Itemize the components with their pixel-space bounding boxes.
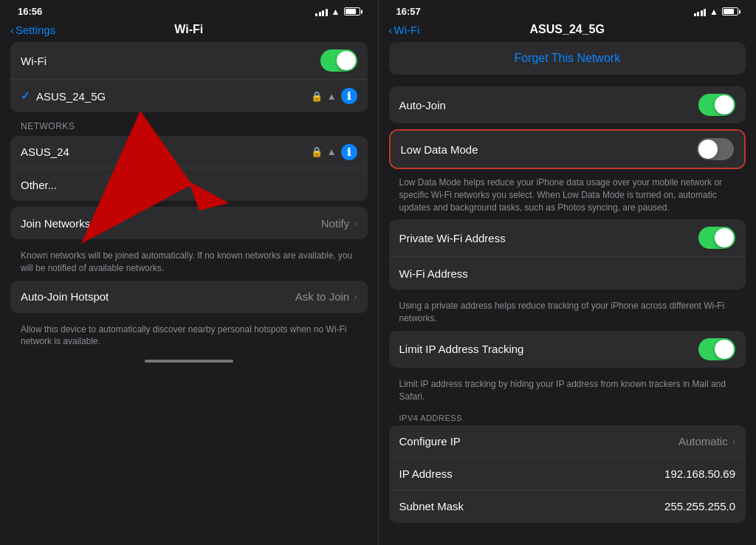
ip-address-label: IP Address	[399, 467, 453, 480]
wifi-toggle-section: Wi-Fi ✓ ASUS_24_5G 🔒 ▲ ℹ	[10, 42, 368, 112]
right-phone: 16:57 ▲ ‹ Wi-Fi ASUS_24_5G	[379, 0, 757, 545]
wifi-icon: ▲	[331, 7, 340, 17]
join-networks-row[interactable]: Join Networks Notify ›	[10, 207, 368, 239]
asus24-info-button[interactable]: ℹ	[341, 144, 357, 160]
network-asus24-name: ASUS_24	[21, 145, 69, 158]
right-nav-title: ASUS_24_5G	[530, 23, 605, 36]
subnet-mask-value: 255.255.255.0	[664, 500, 735, 513]
limit-ip-toggle[interactable]	[698, 338, 735, 360]
auto-join-detail-label: Auto-Join	[399, 99, 446, 112]
left-time: 16:56	[18, 6, 42, 17]
auto-join-detail-row: Auto-Join	[389, 86, 746, 123]
checkmark-icon: ✓	[21, 89, 30, 103]
right-battery-icon	[722, 7, 738, 16]
join-networks-label: Join Networks	[21, 217, 90, 230]
private-wifi-row: Private Wi-Fi Address	[389, 219, 746, 257]
subnet-mask-row: Subnet Mask 255.255.255.0	[389, 490, 746, 523]
right-back-button[interactable]: ‹ Wi-Fi	[389, 24, 420, 36]
auto-join-hotspot-label: Auto-Join Hotspot	[21, 290, 109, 303]
wifi-address-label: Wi-Fi Address	[399, 267, 468, 280]
configure-ip-row[interactable]: Configure IP Automatic ›	[389, 425, 746, 458]
join-networks-value: Notify	[321, 217, 349, 230]
ipv4-section: Configure IP Automatic › IP Address 192.…	[389, 425, 746, 523]
join-networks-section: Join Networks Notify ›	[10, 207, 368, 239]
right-wifi-icon: ▲	[709, 7, 718, 17]
low-data-desc: Low Data Mode helps reduce your iPhone d…	[389, 172, 746, 219]
left-back-button[interactable]: ‹ Settings	[10, 24, 55, 36]
auto-join-desc: Allow this device to automatically disco…	[10, 319, 368, 354]
wifi-label: Wi-Fi	[21, 55, 47, 67]
left-nav-bar: ‹ Settings Wi-Fi	[10, 20, 368, 42]
auto-join-toggle[interactable]	[698, 94, 735, 116]
connected-network-name: ASUS_24_5G	[36, 90, 106, 103]
low-data-toggle[interactable]	[697, 138, 734, 160]
right-time: 16:57	[396, 6, 421, 17]
low-data-section: Low Data Mode	[391, 131, 745, 168]
other-network-row[interactable]: Other...	[10, 168, 368, 201]
connected-network-row[interactable]: ✓ ASUS_24_5G 🔒 ▲ ℹ	[10, 80, 368, 112]
forget-network-label: Forget This Network	[514, 52, 620, 65]
subnet-mask-label: Subnet Mask	[399, 500, 464, 513]
wifi-toggle[interactable]	[320, 49, 357, 72]
private-wifi-label: Private Wi-Fi Address	[399, 232, 506, 244]
wifi-toggle-row: Wi-Fi	[10, 42, 368, 80]
networks-list: ASUS_24 🔒 ▲ ℹ Other...	[10, 136, 368, 201]
left-status-bar: 16:56 ▲	[10, 0, 368, 20]
auto-join-chevron: ›	[354, 291, 357, 302]
lock-icon: 🔒	[311, 91, 323, 102]
configure-ip-label: Configure IP	[399, 435, 461, 448]
limit-ip-row: Limit IP Address Tracking	[389, 331, 746, 368]
right-status-right: ▲	[694, 7, 738, 17]
right-status-bar: 16:57 ▲	[389, 0, 746, 20]
other-network-label: Other...	[21, 179, 57, 191]
ip-address-value: 192.168.50.69	[664, 467, 735, 480]
signal-icon	[315, 7, 328, 16]
limit-ip-section: Limit IP Address Tracking	[389, 331, 746, 368]
join-networks-desc: Known networks will be joined automatica…	[10, 245, 368, 281]
battery-icon	[344, 7, 360, 16]
private-wifi-toggle[interactable]	[698, 227, 735, 249]
left-phone: 16:56 ▲ ‹ Settings Wi-Fi	[0, 0, 379, 545]
networks-section-label: NETWORKS	[10, 118, 368, 136]
left-nav-title: Wi-Fi	[174, 23, 203, 36]
ipv4-section-label: IPV4 ADDRESS	[389, 409, 746, 425]
right-back-label: Wi-Fi	[394, 24, 420, 36]
forget-network-section: Forget This Network	[389, 42, 746, 75]
auto-join-section: Auto-Join Hotspot Ask to Join ›	[10, 281, 368, 313]
wifi-address-row: Wi-Fi Address	[389, 257, 746, 289]
auto-join-detail-section: Auto-Join	[389, 86, 746, 123]
join-networks-chevron: ›	[354, 218, 357, 229]
right-nav-bar: ‹ Wi-Fi ASUS_24_5G	[389, 20, 746, 42]
auto-join-hotspot-row[interactable]: Auto-Join Hotspot Ask to Join ›	[10, 281, 368, 313]
ip-address-row: IP Address 192.168.50.69	[389, 458, 746, 490]
low-data-highlight-box: Low Data Mode	[389, 129, 746, 169]
left-home-indicator	[145, 360, 233, 363]
network-asus24-row[interactable]: ASUS_24 🔒 ▲ ℹ	[10, 136, 368, 168]
wifi-signal-icon: ▲	[327, 91, 337, 102]
auto-join-hotspot-value: Ask to Join	[295, 290, 349, 303]
private-wifi-section: Private Wi-Fi Address Wi-Fi Address	[389, 219, 746, 289]
right-signal-icon	[694, 7, 707, 16]
main-container: 16:56 ▲ ‹ Settings Wi-Fi	[0, 0, 756, 545]
left-status-right: ▲	[315, 7, 360, 17]
left-back-label: Settings	[16, 24, 55, 36]
configure-ip-chevron: ›	[732, 436, 735, 447]
asus24-wifi-icon: ▲	[327, 146, 337, 157]
asus24-lock-icon: 🔒	[311, 146, 323, 157]
wifi-address-desc: Using a private address helps reduce tra…	[389, 295, 746, 331]
low-data-label: Low Data Mode	[401, 143, 478, 156]
network-info-button[interactable]: ℹ	[341, 88, 357, 104]
forget-network-button[interactable]: Forget This Network	[389, 42, 746, 75]
low-data-row: Low Data Mode	[391, 131, 745, 168]
configure-ip-value: Automatic	[678, 435, 728, 448]
limit-ip-desc: Limit IP address tracking by hiding your…	[389, 374, 746, 409]
limit-ip-label: Limit IP Address Tracking	[399, 343, 524, 355]
